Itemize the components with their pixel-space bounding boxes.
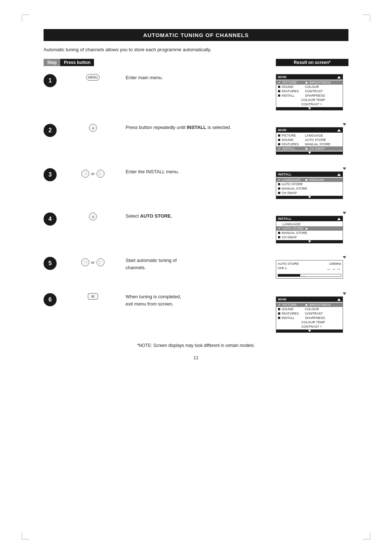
triangle-up-icon [337, 76, 341, 78]
step-number-4: 4 [44, 213, 57, 226]
osd-row: COLOUR TEMP [276, 98, 343, 102]
chevron-icon: ▶ [306, 147, 308, 150]
page: AUTOMATIC TUNING OF CHANNELS Automatic t… [0, 0, 392, 554]
triangle-down-icon [308, 240, 311, 243]
osd-row: ✓ PICTURE ▶ BRIGHTNESS [276, 80, 343, 85]
step-6-result: MAIN ✓ PICTURE ▶ BRIGHTNESS SOUND [276, 292, 348, 333]
step-4-result: INSTALL LANGUAGE ✓ AUTO STORE ▶ [276, 211, 348, 248]
bullet-icon [278, 308, 280, 310]
step-2-result: MAIN PICTURE LANGUAGE SOUND AUTO STORE [276, 122, 348, 159]
osd-row: ✓ AUTO STORE ▶ [276, 226, 343, 231]
page-number: 11 [44, 355, 348, 360]
step-number-6: 6 [44, 293, 57, 306]
intro-text: Automatic tuning of channels allows you … [44, 47, 348, 52]
osd-row: ✓ PICTURE ▶ BRIGHTNESS [276, 303, 343, 307]
chevron-icon: ▶ [306, 227, 308, 230]
step-4-button-area: ∨ [64, 211, 122, 221]
step-row-3: 3 〈 or 〉 Enter the INSTALL menu. [44, 163, 348, 207]
step-1-desc: Enter main menu. [122, 73, 276, 83]
col-step-header: Step Press button [44, 59, 116, 66]
triangle-up-icon [337, 129, 341, 132]
check-icon: ✓ [278, 178, 281, 182]
bullet-icon [278, 236, 280, 238]
osd-row: FEATURES CONTRAST [276, 89, 343, 93]
arrow-separator-4 [276, 212, 348, 214]
osd-2: MAIN PICTURE LANGUAGE SOUND AUTO STORE [276, 127, 343, 155]
corner-mark-tl [22, 15, 29, 22]
osd-row: CH SWAP [276, 191, 343, 195]
osd-3-title: INSTALL [276, 172, 343, 177]
osd-1-bottom [276, 107, 343, 110]
right-button-icon: 〉 [97, 258, 105, 266]
arrow-down-icon [343, 256, 346, 259]
corner-mark-tr [363, 15, 370, 22]
bullet-icon [278, 94, 280, 97]
note-section: *NOTE: Screen displays may look differen… [44, 343, 348, 348]
lr-buttons-5: 〈 or 〉 [81, 258, 105, 266]
or-text: or [91, 171, 95, 176]
osd-row: FEATURES MANUAL STORE [276, 142, 343, 146]
step-number-1: 1 [44, 74, 57, 87]
osd-row: CONTRAST + [276, 324, 343, 329]
chevron-icon: ▶ [306, 303, 308, 307]
osd-row: FEATURES CONTRAST [276, 311, 343, 316]
bullet-icon [278, 183, 280, 185]
check-icon: ✓ [278, 147, 281, 150]
progress-filled [278, 274, 300, 276]
left-button-icon: 〈 [81, 258, 89, 266]
osd-row: ✓ LANGUAGE ▶ ENGLISH [276, 178, 343, 182]
check-icon: ✓ [278, 303, 281, 307]
right-button-icon: 〉 [97, 170, 105, 178]
osd-row: SOUND COLOUR [276, 85, 343, 89]
progress-arrows: →→→ [326, 266, 341, 272]
check-icon: ✓ [278, 227, 281, 230]
arrow-down-icon [343, 167, 346, 170]
arrow-separator-3 [276, 167, 348, 170]
bullet-icon [278, 143, 280, 145]
osd-3-body: ✓ LANGUAGE ▶ ENGLISH AUTO STORE MANUAL S… [276, 177, 343, 196]
bullet-icon [278, 86, 280, 88]
arrow-down-icon [343, 123, 346, 126]
step-3-result: INSTALL ✓ LANGUAGE ▶ ENGLISH AUTO STORE [276, 167, 348, 204]
arrow-separator-5 [276, 256, 348, 259]
step-5-result: AUTO STORE 139MHz VHF-L →→→ - - - - - - [276, 255, 348, 283]
step-row-2: 2 ∨ Press button repeatedly until INSTAL… [44, 119, 348, 163]
osd-2-bottom [276, 151, 343, 154]
result-label: Result on screen* [276, 59, 348, 66]
progress-bar: - - - - - - [278, 274, 341, 277]
osd-row: AUTO STORE [276, 182, 343, 186]
osd-row: CH SWAP [276, 235, 343, 239]
step-number-2: 2 [44, 124, 57, 137]
osd-4-bottom [276, 240, 343, 243]
step-1-result: MAIN ✓ PICTURE ▶ BRIGHTNESS SOUND [276, 73, 348, 115]
osd-row: PICTURE LANGUAGE [276, 133, 343, 138]
ok-button-icon: ⊞ [88, 293, 98, 300]
corner-mark-bl [22, 532, 29, 539]
step-6-button-area: ⊞ [64, 292, 122, 300]
osd-6-title: MAIN [276, 297, 343, 302]
triangle-down-icon [308, 152, 311, 154]
step-row-5: 5 〈 or 〉 Start automatic tuning ofchanne… [44, 252, 348, 288]
left-button-icon: 〈 [81, 170, 89, 178]
bullet-icon [278, 232, 280, 234]
arrow-separator-2 [276, 123, 348, 126]
triangle-down-icon [308, 196, 311, 198]
lr-buttons: 〈 or 〉 [81, 170, 105, 178]
osd-row: MANUAL STORE [276, 186, 343, 191]
step-number-5: 5 [44, 257, 57, 270]
triangle-up-icon [337, 218, 341, 220]
steps-container: 1 MENU Enter main menu. MAIN ✓ P [44, 69, 348, 336]
step-4-desc: Select AUTO STORE. [122, 211, 276, 221]
press-label: Press button [60, 59, 94, 66]
osd-2-body: PICTURE LANGUAGE SOUND AUTO STORE FEATUR… [276, 133, 343, 151]
chevron-icon: ▶ [306, 178, 308, 182]
down-button-icon: ∨ [89, 213, 97, 221]
or-text: or [91, 260, 95, 264]
osd-row: INSTALL SHARPNESS [276, 316, 343, 320]
osd-4-body: LANGUAGE ✓ AUTO STORE ▶ MANUAL STORE [276, 221, 343, 240]
menu-button-icon: MENU [86, 74, 100, 81]
osd-1: MAIN ✓ PICTURE ▶ BRIGHTNESS SOUND [276, 74, 343, 110]
osd-2-title: MAIN [276, 128, 343, 133]
osd-row: SOUND COLOUR [276, 307, 343, 311]
osd-6-bottom [276, 329, 343, 332]
